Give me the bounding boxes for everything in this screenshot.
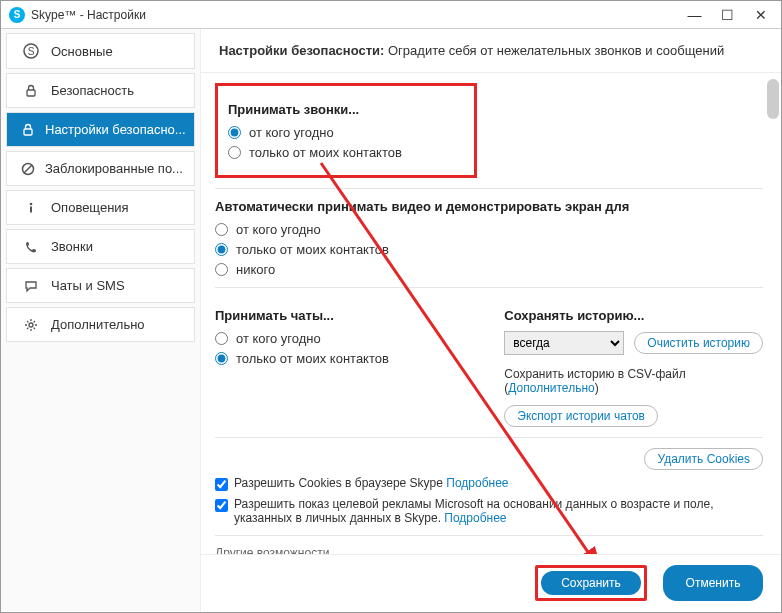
sidebar-item-security[interactable]: Безопасность [6, 73, 195, 108]
sidebar-item-general[interactable]: S Основные [6, 33, 195, 69]
csv-more-link[interactable]: Дополнительно [508, 381, 594, 395]
accept-calls-group: Принимать звонки... от кого угодно тольк… [215, 83, 477, 178]
maximize-button[interactable]: ☐ [711, 5, 744, 25]
other-options-title: Другие возможности [215, 546, 763, 554]
header-title: Настройки безопасности: [219, 43, 384, 58]
svg-point-8 [29, 323, 33, 327]
svg-line-5 [24, 165, 32, 173]
phone-icon [21, 240, 41, 254]
sidebar-item-chats-sms[interactable]: Чаты и SMS [6, 268, 195, 303]
sidebar-item-advanced[interactable]: Дополнительно [6, 307, 195, 342]
sidebar: S Основные Безопасность Настройки безопа… [1, 29, 201, 611]
export-history-button[interactable]: Экспорт истории чатов [504, 405, 658, 427]
clear-history-button[interactable]: Очистить историю [634, 332, 763, 354]
page-header: Настройки безопасности: Оградите себя от… [201, 29, 781, 73]
gear-icon [21, 318, 41, 332]
sidebar-label: Дополнительно [51, 317, 145, 332]
allow-cookies-checkbox[interactable]: Разрешить Cookies в браузере Skype Подро… [215, 476, 763, 491]
chats-contacts-radio[interactable]: только от моих контактов [215, 351, 468, 366]
window-title: Skype™ - Настройки [31, 8, 146, 22]
auto-video-title: Автоматически принимать видео и демонстр… [215, 199, 763, 214]
accept-chats-title: Принимать чаты... [215, 308, 468, 323]
sidebar-label: Оповещения [51, 200, 129, 215]
skype-icon: S [21, 43, 41, 59]
lock-icon [21, 123, 35, 137]
sidebar-item-calls[interactable]: Звонки [6, 229, 195, 264]
chat-icon [21, 279, 41, 293]
svg-rect-7 [30, 206, 32, 212]
history-select[interactable]: всегда [504, 331, 624, 355]
delete-cookies-button[interactable]: Удалить Cookies [644, 448, 763, 470]
titlebar: S Skype™ - Настройки — ☐ ✕ [1, 1, 781, 29]
sidebar-label: Чаты и SMS [51, 278, 125, 293]
calls-contacts-radio[interactable]: только от моих контактов [228, 145, 464, 160]
cookies-more-link[interactable]: Подробнее [446, 476, 508, 490]
scrollbar[interactable] [767, 79, 779, 119]
cancel-button[interactable]: Отменить [663, 565, 763, 601]
settings-panel: Принимать звонки... от кого угодно тольк… [201, 73, 781, 554]
sidebar-item-notifications[interactable]: Оповещения [6, 190, 195, 225]
skype-logo-icon: S [9, 7, 25, 23]
svg-point-6 [30, 202, 33, 205]
sidebar-item-blocked[interactable]: Заблокированные по... [6, 151, 195, 186]
info-icon [21, 201, 41, 215]
ads-more-link[interactable]: Подробнее [444, 511, 506, 525]
close-button[interactable]: ✕ [744, 5, 777, 25]
save-highlight: Сохранить [535, 565, 647, 601]
chats-anyone-radio[interactable]: от кого угодно [215, 331, 468, 346]
allow-ads-checkbox[interactable]: Разрешить показ целевой рекламы Microsof… [215, 497, 763, 525]
video-contacts-radio[interactable]: только от моих контактов [215, 242, 763, 257]
sidebar-label: Звонки [51, 239, 93, 254]
sidebar-label: Безопасность [51, 83, 134, 98]
video-anyone-radio[interactable]: от кого угодно [215, 222, 763, 237]
svg-text:S: S [28, 46, 35, 57]
sidebar-label: Основные [51, 44, 113, 59]
sidebar-label: Заблокированные по... [45, 161, 183, 176]
video-none-radio[interactable]: никого [215, 262, 763, 277]
dialog-footer: Сохранить Отменить [201, 554, 781, 611]
blocked-icon [21, 162, 35, 176]
save-button[interactable]: Сохранить [541, 571, 641, 595]
svg-rect-3 [24, 129, 32, 135]
sidebar-item-security-settings[interactable]: Настройки безопасно... [6, 112, 195, 147]
minimize-button[interactable]: — [678, 5, 711, 25]
calls-anyone-radio[interactable]: от кого угодно [228, 125, 464, 140]
csv-export-text: Сохранить историю в CSV-файл (Дополнител… [504, 367, 763, 395]
svg-rect-2 [27, 90, 35, 96]
history-title: Сохранять историю... [504, 308, 763, 323]
accept-calls-title: Принимать звонки... [228, 102, 464, 117]
sidebar-label: Настройки безопасно... [45, 122, 186, 137]
lock-icon [21, 84, 41, 98]
header-subtitle: Оградите себя от нежелательных звонков и… [384, 43, 724, 58]
